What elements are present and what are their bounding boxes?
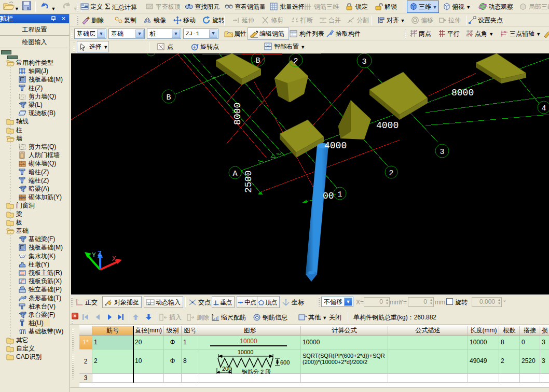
svg-text:3: 3 bbox=[362, 58, 366, 66]
svg-text:3: 3 bbox=[440, 148, 444, 157]
svg-text:B: B bbox=[255, 57, 260, 65]
svg-text:Z: Z bbox=[98, 250, 102, 258]
svg-text:钢筋分 2 段: 钢筋分 2 段 bbox=[241, 369, 271, 374]
svg-text:4000: 4000 bbox=[324, 141, 347, 151]
svg-text:2: 2 bbox=[293, 57, 298, 66]
svg-text:600: 600 bbox=[280, 359, 290, 366]
svg-text:10000: 10000 bbox=[240, 338, 257, 345]
svg-text:12: 12 bbox=[147, 302, 151, 305]
svg-text:8000: 8000 bbox=[232, 103, 243, 125]
svg-text:200: 200 bbox=[222, 366, 231, 372]
svg-text:10000: 10000 bbox=[238, 349, 254, 355]
svg-text:4000: 4000 bbox=[376, 120, 399, 131]
svg-text:00: 00 bbox=[323, 191, 334, 201]
svg-text:A: A bbox=[232, 170, 237, 178]
svg-text:1: 1 bbox=[337, 190, 342, 199]
svg-text:B: B bbox=[166, 93, 171, 102]
svg-text:X: X bbox=[112, 255, 116, 263]
svg-text:4: 4 bbox=[541, 104, 546, 113]
svg-text:Y: Y bbox=[92, 251, 96, 259]
svg-text:2: 2 bbox=[389, 169, 393, 178]
svg-text:2500: 2500 bbox=[243, 171, 254, 193]
svg-text:8000: 8000 bbox=[451, 88, 474, 98]
